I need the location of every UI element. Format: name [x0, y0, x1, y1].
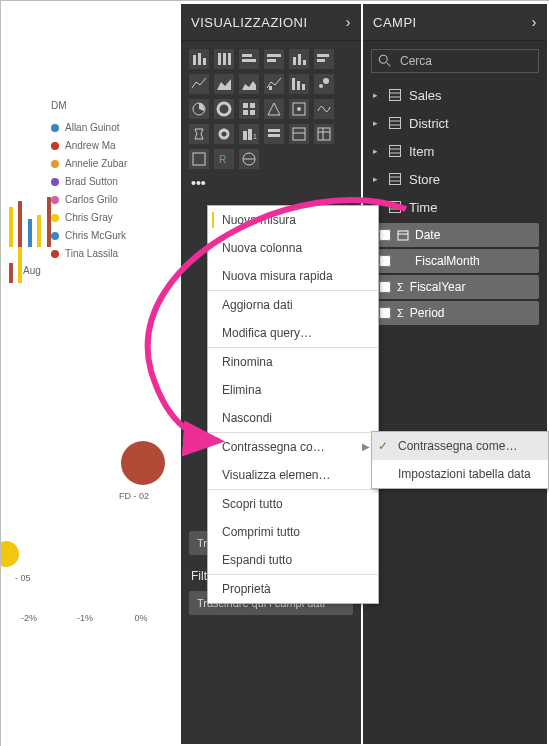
context-menu-item[interactable]: Elimina — [208, 376, 378, 404]
field-label: FiscalMonth — [415, 254, 480, 268]
viz-type-button[interactable] — [264, 74, 284, 94]
field-checkbox[interactable] — [379, 307, 391, 319]
fields-header[interactable]: CAMPI › — [363, 4, 547, 41]
table-row[interactable]: ▸Store — [363, 165, 547, 193]
svg-rect-16 — [292, 78, 295, 90]
field-checkbox[interactable] — [379, 255, 391, 267]
viz-type-button[interactable] — [264, 124, 284, 144]
context-menu-item[interactable]: Rinomina — [208, 347, 378, 376]
field-row[interactable]: FiscalMonth — [371, 249, 539, 273]
viz-type-button[interactable] — [314, 49, 334, 69]
svg-rect-12 — [303, 60, 306, 65]
field-row[interactable]: ΣFiscalYear — [371, 275, 539, 299]
viz-type-button[interactable] — [289, 99, 309, 119]
viz-type-button[interactable] — [214, 124, 234, 144]
svg-rect-56 — [390, 174, 401, 185]
field-label: Date — [415, 228, 440, 242]
table-row[interactable]: ▾Time — [363, 193, 547, 221]
table-label: District — [409, 116, 449, 131]
viz-type-button[interactable] — [214, 74, 234, 94]
viz-type-button[interactable] — [189, 99, 209, 119]
context-menu-item[interactable]: Modifica query… — [208, 319, 378, 347]
context-menu-item[interactable]: Aggiorna dati — [208, 290, 378, 319]
field-label: FiscalYear — [410, 280, 466, 294]
context-menu-item[interactable]: Scopri tutto — [208, 489, 378, 518]
svg-rect-35 — [268, 134, 280, 137]
context-menu-item[interactable]: Nuova colonna — [208, 234, 378, 262]
viz-type-button[interactable]: 123 — [239, 124, 259, 144]
svg-rect-41 — [193, 153, 205, 165]
svg-point-45 — [379, 55, 387, 63]
viz-type-button[interactable] — [264, 49, 284, 69]
viz-type-button[interactable] — [314, 99, 334, 119]
visualizations-header[interactable]: VISUALIZZAZIONI › — [181, 4, 361, 41]
fields-panel: CAMPI › Cerca ▸Sales▸District▸Item▸Store… — [363, 4, 547, 744]
table-icon — [389, 89, 401, 101]
x-axis-ticks: -2%-1%0% — [1, 613, 181, 623]
svg-text:R: R — [219, 154, 226, 165]
tables-list: ▸Sales▸District▸Item▸Store▾Time — [363, 81, 547, 221]
viz-type-button[interactable] — [314, 74, 334, 94]
viz-type-button[interactable] — [239, 49, 259, 69]
field-label: Period — [410, 306, 445, 320]
context-menu-item[interactable]: Nascondi — [208, 404, 378, 432]
viz-type-button[interactable] — [189, 74, 209, 94]
submenu-arrow-icon: ▶ — [362, 441, 370, 452]
bubble-brown — [121, 441, 165, 485]
svg-rect-6 — [242, 54, 252, 57]
svg-rect-38 — [318, 128, 330, 140]
bubble-yellow — [0, 541, 19, 567]
svg-rect-34 — [268, 129, 280, 132]
svg-text:123: 123 — [253, 133, 257, 140]
svg-rect-18 — [302, 84, 305, 90]
viz-type-button[interactable] — [239, 99, 259, 119]
table-icon — [389, 173, 401, 185]
search-input[interactable]: Cerca — [371, 49, 539, 73]
viz-type-button[interactable] — [189, 124, 209, 144]
svg-rect-3 — [218, 53, 221, 65]
context-menu-item[interactable]: Espandi tutto — [208, 546, 378, 574]
svg-rect-0 — [193, 55, 196, 65]
table-icon — [389, 145, 401, 157]
viz-type-button[interactable] — [289, 124, 309, 144]
table-row[interactable]: ▸Sales — [363, 81, 547, 109]
svg-rect-53 — [390, 146, 401, 157]
context-menu-item[interactable]: Nuova misura rapida — [208, 262, 378, 290]
calendar-icon — [397, 229, 409, 241]
sigma-icon: Σ — [397, 281, 404, 293]
viz-type-button[interactable] — [239, 74, 259, 94]
field-row[interactable]: ΣPeriod — [371, 301, 539, 325]
field-checkbox[interactable] — [379, 229, 391, 241]
table-row[interactable]: ▸Item — [363, 137, 547, 165]
svg-rect-59 — [390, 202, 401, 213]
more-visuals-button[interactable]: ••• — [181, 173, 361, 197]
viz-type-button[interactable] — [189, 149, 209, 169]
field-row[interactable]: Date — [371, 223, 539, 247]
svg-rect-4 — [223, 53, 226, 65]
svg-rect-15 — [269, 86, 272, 90]
table-row[interactable]: ▸District — [363, 109, 547, 137]
chevron-right-icon[interactable]: › — [532, 14, 537, 30]
context-menu-item[interactable]: Nuova misura — [208, 206, 378, 234]
chevron-right-icon[interactable]: › — [346, 14, 351, 30]
viz-type-button[interactable] — [314, 124, 334, 144]
viz-type-button[interactable] — [289, 74, 309, 94]
context-menu-item[interactable]: Contrassegna co…▶ — [208, 432, 378, 461]
viz-type-button[interactable] — [214, 49, 234, 69]
context-menu-item[interactable]: Visualizza elemen… — [208, 461, 378, 489]
submenu-item[interactable]: ✓Contrassegna come… — [372, 432, 548, 460]
field-checkbox[interactable] — [379, 281, 391, 293]
viz-type-button[interactable] — [289, 49, 309, 69]
context-menu-item[interactable]: Proprietà — [208, 574, 378, 603]
viz-type-button[interactable] — [189, 49, 209, 69]
mini-bar-chart — [9, 197, 53, 259]
viz-type-button[interactable] — [264, 99, 284, 119]
submenu-item[interactable]: Impostazioni tabella data — [372, 460, 548, 488]
expand-icon: ▸ — [373, 174, 381, 184]
svg-rect-36 — [293, 128, 305, 140]
viz-type-button[interactable]: R — [214, 149, 234, 169]
viz-type-button[interactable] — [239, 149, 259, 169]
viz-type-button[interactable] — [214, 99, 234, 119]
table-label: Time — [409, 200, 437, 215]
context-menu-item[interactable]: Comprimi tutto — [208, 518, 378, 546]
